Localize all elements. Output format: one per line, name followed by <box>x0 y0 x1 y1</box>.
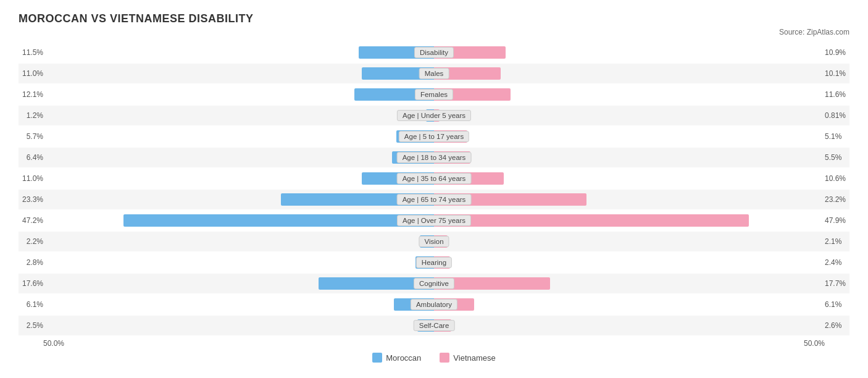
bar-row: 2.2% Vision 2.1% <box>19 232 849 251</box>
left-value: 2.2% <box>19 237 43 246</box>
bar-label: Hearing <box>416 257 452 268</box>
right-value: 11.6% <box>825 90 849 99</box>
right-value: 0.81% <box>825 111 849 120</box>
bar-row: 2.8% Hearing 2.4% <box>19 253 849 272</box>
bar-row: 2.5% Self-Care 2.6% <box>19 316 849 335</box>
right-value: 6.1% <box>825 300 849 309</box>
left-value: 5.7% <box>19 132 43 141</box>
left-value: 12.1% <box>19 90 43 99</box>
right-bar <box>434 214 749 227</box>
left-value: 23.3% <box>19 195 43 204</box>
chart-area: 11.5% Disability 10.9% 11.0% Males <box>19 43 849 335</box>
bar-label: Females <box>415 89 453 100</box>
bar-row: 11.0% Males 10.1% <box>19 64 849 83</box>
legend-vietnamese-label: Vietnamese <box>453 353 495 363</box>
right-value: 10.9% <box>825 48 849 57</box>
left-value: 11.0% <box>19 174 43 183</box>
right-value: 5.1% <box>825 132 849 141</box>
bar-row: 5.7% Age | 5 to 17 years 5.1% <box>19 127 849 146</box>
axis-right-label: 50.0% <box>434 339 849 348</box>
left-value: 2.5% <box>19 321 43 330</box>
bar-row: 23.3% Age | 65 to 74 years 23.2% <box>19 190 849 209</box>
left-value: 17.6% <box>19 279 43 288</box>
axis-left-label: 50.0% <box>19 339 434 348</box>
bar-label: Age | 65 to 74 years <box>397 194 472 205</box>
left-value: 2.8% <box>19 258 43 267</box>
bar-label: Age | 35 to 64 years <box>397 173 472 184</box>
bar-row: 47.2% Age | Over 75 years 47.9% <box>19 211 849 230</box>
legend-moroccan: Moroccan <box>372 353 421 363</box>
legend-moroccan-icon <box>372 353 382 363</box>
bar-row: 12.1% Females 11.6% <box>19 85 849 104</box>
bar-row: 17.6% Cognitive 17.7% <box>19 274 849 293</box>
chart-title: MOROCCAN VS VIETNAMESE DISABILITY <box>19 12 849 25</box>
left-value: 47.2% <box>19 216 43 225</box>
legend-vietnamese: Vietnamese <box>440 353 495 363</box>
left-value: 6.4% <box>19 153 43 162</box>
right-value: 5.5% <box>825 153 849 162</box>
bar-row: 6.4% Age | 18 to 34 years 5.5% <box>19 148 849 167</box>
bar-label: Males <box>419 68 449 79</box>
bar-row: 1.2% Age | Under 5 years 0.81% <box>19 106 849 125</box>
bar-label: Age | 18 to 34 years <box>397 152 472 163</box>
right-value: 10.6% <box>825 174 849 183</box>
bar-label: Age | 5 to 17 years <box>399 131 469 142</box>
legend-vietnamese-icon <box>440 353 449 363</box>
bar-row: 11.0% Age | 35 to 64 years 10.6% <box>19 169 849 188</box>
bar-row: 11.5% Disability 10.9% <box>19 43 849 62</box>
right-value: 47.9% <box>825 216 849 225</box>
source-label: Source: ZipAtlas.com <box>19 28 849 36</box>
right-value: 23.2% <box>825 195 849 204</box>
legend-moroccan-label: Moroccan <box>386 353 421 363</box>
left-value: 11.5% <box>19 48 43 57</box>
bar-label: Self-Care <box>414 320 455 331</box>
bar-label: Age | Over 75 years <box>397 215 471 226</box>
right-value: 10.1% <box>825 69 849 78</box>
bar-label: Cognitive <box>414 278 454 289</box>
bar-row: 6.1% Ambulatory 6.1% <box>19 295 849 314</box>
left-value: 6.1% <box>19 300 43 309</box>
left-value: 1.2% <box>19 111 43 120</box>
bar-label: Disability <box>414 47 454 58</box>
left-value: 11.0% <box>19 69 43 78</box>
left-bar <box>123 214 434 227</box>
right-value: 17.7% <box>825 279 849 288</box>
right-value: 2.4% <box>825 258 849 267</box>
bar-label: Ambulatory <box>411 299 457 310</box>
right-value: 2.1% <box>825 237 849 246</box>
bar-label: Vision <box>419 236 449 247</box>
bar-label: Age | Under 5 years <box>397 110 471 121</box>
right-value: 2.6% <box>825 321 849 330</box>
